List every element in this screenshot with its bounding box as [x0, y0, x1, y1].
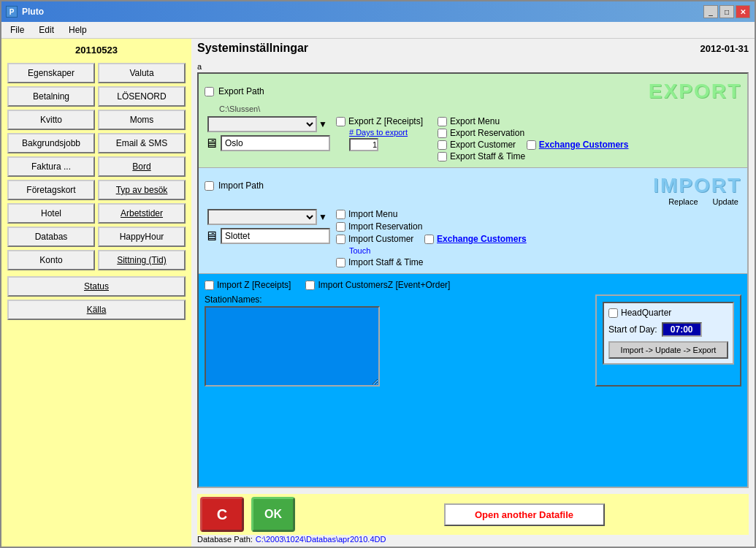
import-controls: ▼ 🖥 Import Menu	[205, 209, 741, 267]
sidebar-btn-egenskaper[interactable]: Egenskaper	[7, 63, 95, 83]
menu-bar: File Edit Help	[1, 22, 755, 39]
import-customersz-label: Import CustomersZ [Event+Order]	[318, 280, 450, 290]
open-datafile-button[interactable]: Open another Datafile	[444, 503, 605, 526]
menu-file[interactable]: File	[4, 23, 30, 37]
export-reservation-label: Export Reservation	[450, 128, 524, 138]
sidebar-btn-status[interactable]: Status	[7, 276, 186, 297]
sidebar-btn-moms[interactable]: Moms	[98, 110, 186, 130]
import-staff-time-row: Import Staff & Time	[336, 257, 741, 267]
update-label: Update	[713, 197, 738, 206]
export-z-left: Export Z [Receipts] # Days to export	[336, 116, 423, 151]
import-path-checkbox[interactable]	[205, 181, 214, 191]
sidebar-btn-losenord[interactable]: LÖSENORD	[98, 86, 186, 107]
exchange-customers-import-label[interactable]: Exchange Customers	[437, 234, 527, 244]
export-title: EXPORT	[649, 80, 741, 103]
import-header: Import Path IMPORT	[205, 174, 741, 197]
export-z-checkbox-row: Export Z [Receipts]	[336, 116, 423, 126]
exchange-customers-import-checkbox[interactable]	[424, 235, 434, 244]
export-dropdown-row: ▼	[207, 116, 327, 132]
import-customersz-checkbox[interactable]	[305, 281, 315, 290]
export-menu-checkbox[interactable]	[438, 117, 447, 126]
export-location-dropdown[interactable]	[207, 116, 317, 132]
sidebar-btn-hotel[interactable]: Hotel	[7, 203, 95, 224]
import-staff-time-checkbox[interactable]	[336, 258, 345, 267]
export-path-checkbox[interactable]	[205, 87, 214, 96]
import-computer-row: 🖥	[205, 228, 330, 244]
export-z-label: Export Z [Receipts]	[348, 116, 423, 126]
sidebar: 20110523 Egenskaper Valuta Betalning LÖS…	[1, 39, 191, 547]
bottom-main: StationNames: HeadQuarter	[205, 294, 741, 387]
import-menu-checkbox[interactable]	[336, 210, 345, 219]
export-menu-row: Export Menu	[438, 116, 628, 126]
exchange-customers-export-label[interactable]: Exchange Customers	[539, 140, 629, 150]
main-panel: Export Path EXPORT C:\Slussen\ ▼	[197, 72, 749, 488]
import-title: IMPORT	[653, 174, 741, 197]
import-computer-icon: 🖥	[205, 229, 218, 244]
replace-label: Replace	[668, 197, 698, 206]
menu-edit[interactable]: Edit	[33, 23, 60, 37]
import-reservation-label: Import Reservation	[348, 221, 422, 232]
import-location-input[interactable]	[221, 228, 330, 244]
days-input[interactable]	[349, 138, 378, 151]
sidebar-btn-faktura[interactable]: Faktura ...	[7, 156, 95, 177]
import-customer-checkbox[interactable]	[336, 235, 345, 244]
export-z-checkbox[interactable]	[336, 117, 345, 126]
import-z-checkbox[interactable]	[205, 281, 214, 290]
sidebar-btn-valuta[interactable]: Valuta	[98, 63, 186, 83]
export-section: Export Path EXPORT C:\Slussen\ ▼	[199, 74, 747, 168]
main-area: 20110523 Egenskaper Valuta Betalning LÖS…	[1, 39, 755, 547]
sidebar-btn-kvitto[interactable]: Kvitto	[7, 110, 95, 130]
export-location-input[interactable]	[221, 135, 330, 151]
sidebar-btn-kalla[interactable]: Källa	[7, 300, 186, 320]
export-staff-checkbox[interactable]	[438, 152, 447, 161]
app-icon: P	[6, 6, 18, 18]
import-reservation-checkbox[interactable]	[336, 222, 345, 232]
export-reservation-checkbox[interactable]	[438, 129, 447, 138]
import-z-row: Import Z [Receipts]	[205, 280, 291, 290]
import-right: Import Menu Import Reservation Import Cu…	[336, 209, 741, 267]
sidebar-btn-databas[interactable]: Databas	[7, 227, 95, 247]
footer-container: C OK Open another Datafile Database Path…	[191, 491, 755, 547]
days-row: # Days to export	[349, 128, 423, 137]
import-customer-row: Import Customer Exchange Customers	[336, 234, 741, 244]
import-path-container: Import Path	[205, 180, 264, 191]
sidebar-btn-arbetstider[interactable]: Arbetstider	[98, 203, 186, 224]
minimize-button[interactable]: _	[703, 5, 718, 18]
sidebar-btn-sittning[interactable]: Sittning (Tid)	[98, 250, 186, 270]
hq-inner: HeadQuarter Start of Day: Import -> Upda…	[603, 302, 734, 365]
export-customer-checkbox[interactable]	[438, 140, 447, 150]
export-left: ▼ 🖥	[205, 116, 330, 151]
station-names-textarea[interactable]	[205, 306, 380, 387]
exchange-customers-export-checkbox[interactable]	[527, 140, 536, 150]
import-menu-row: Import Menu	[336, 209, 741, 219]
bottom-section: Import Z [Receipts] Import CustomersZ [E…	[199, 274, 747, 487]
sidebar-btn-konto[interactable]: Konto	[7, 250, 95, 270]
close-button[interactable]: ✕	[736, 5, 750, 18]
sidebar-btn-foretagskort[interactable]: Företagskort	[7, 180, 95, 200]
sidebar-btn-bakgrundsjobb[interactable]: Bakgrundsjobb	[7, 133, 95, 153]
import-dropdown-row: ▼	[207, 209, 327, 225]
import-location-dropdown[interactable]	[207, 209, 317, 225]
bottom-row1: Import Z [Receipts] Import CustomersZ [E…	[205, 280, 741, 290]
start-of-day-input[interactable]	[662, 322, 702, 337]
sidebar-btn-betalning[interactable]: Betalning	[7, 86, 95, 107]
menu-help[interactable]: Help	[63, 23, 93, 37]
export-menu-label: Export Menu	[450, 116, 500, 126]
footer-area: C OK Open another Datafile	[197, 494, 749, 535]
import-reservation-row: Import Reservation	[336, 221, 741, 232]
db-path-value: C:\2003\1024\Databas\apr2010.4DD	[256, 535, 386, 544]
import-update-export-btn[interactable]: Import -> Update -> Export	[608, 341, 728, 359]
cancel-button[interactable]: C	[200, 497, 244, 532]
hq-label: HeadQuarter	[621, 308, 671, 318]
sidebar-btn-bord[interactable]: Bord	[98, 156, 186, 177]
sidebar-btn-happyhour[interactable]: HappyHour	[98, 227, 186, 247]
db-path-label: Database Path:	[197, 535, 253, 544]
maximize-button[interactable]: □	[719, 5, 734, 18]
sidebar-btn-typ-av-besok[interactable]: Typ av besök	[98, 180, 186, 200]
sidebar-btn-email-sms[interactable]: Email & SMS	[98, 133, 186, 153]
export-z-right: Export Menu Export Reservation Export Cu…	[438, 116, 628, 161]
hq-checkbox-row: HeadQuarter	[608, 308, 728, 318]
ok-button[interactable]: OK	[251, 497, 295, 532]
touch-label: Touch	[349, 246, 741, 255]
hq-checkbox[interactable]	[608, 308, 618, 318]
